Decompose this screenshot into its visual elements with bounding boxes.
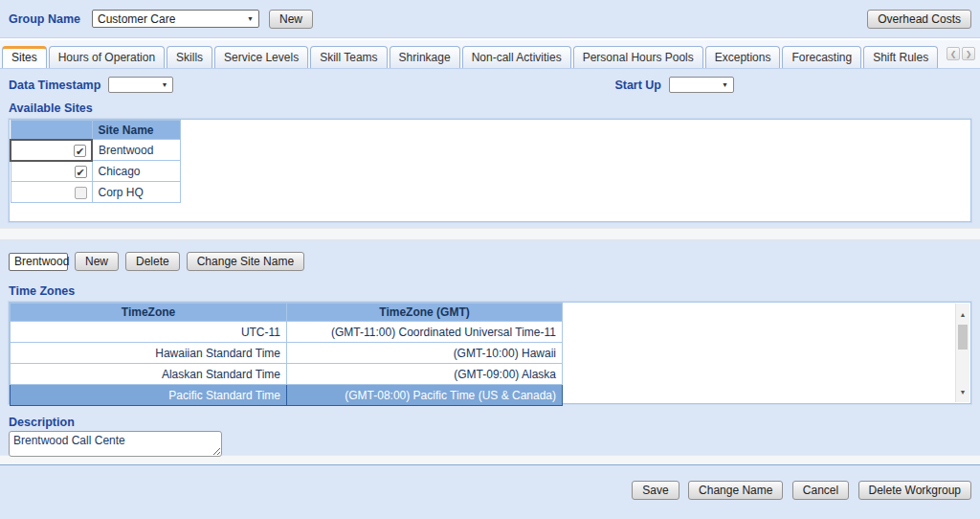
tab-shrinkage[interactable]: Shrinkage	[390, 46, 460, 68]
table-row[interactable]: Corp HQ	[11, 182, 180, 203]
start-up-wrap: Start Up ▼	[614, 77, 734, 93]
checkbox-unchecked-icon[interactable]	[75, 187, 87, 199]
available-sites-table: Site Name ✔ Brentwood ✔ Chicago Corp HQ	[10, 120, 181, 203]
table-row[interactable]: ✔ Chicago	[11, 161, 180, 182]
time-zones-panel: TimeZone TimeZone (GMT) UTC-11 (GMT-11:0…	[9, 302, 971, 404]
site-toolbar: Brentwood ▼ New Delete Change Site Name	[9, 252, 971, 271]
checkbox-column-header	[11, 121, 92, 140]
timezone-cell[interactable]: Pacific Standard Time	[11, 385, 287, 406]
vertical-scrollbar[interactable]: ▲ ▼	[955, 304, 969, 402]
tab-exceptions[interactable]: Exceptions	[705, 46, 781, 68]
site-name-cell[interactable]: Corp HQ	[92, 182, 180, 203]
delete-site-button[interactable]: Delete	[125, 252, 180, 271]
description-textarea[interactable]: Brentwood Call Cente	[9, 431, 222, 457]
table-header-row: TimeZone TimeZone (GMT)	[11, 304, 563, 322]
chevron-down-icon: ▼	[161, 81, 167, 88]
time-zones-title: Time Zones	[9, 284, 75, 298]
table-row-selected[interactable]: Pacific Standard Time (GMT-08:00) Pacifi…	[11, 385, 563, 406]
top-bar: Group Name Customer Care ▼ New Overhead …	[0, 0, 980, 38]
footer-actions: Save Change Name Cancel Delete Workgroup	[0, 464, 980, 519]
tab-hours-of-operation[interactable]: Hours of Operation	[49, 46, 165, 68]
timezone-gmt-cell[interactable]: (GMT-10:00) Hawaii	[287, 343, 563, 364]
new-site-button[interactable]: New	[75, 252, 119, 271]
site-select-value: Brentwood	[14, 255, 69, 268]
time-zones-table: TimeZone TimeZone (GMT) UTC-11 (GMT-11:0…	[10, 303, 563, 406]
table-row[interactable]: UTC-11 (GMT-11:00) Coordinated Universal…	[11, 322, 563, 343]
tab-skills[interactable]: Skills	[167, 46, 212, 68]
data-timestamp-label: Data Timestamp	[9, 79, 100, 92]
timezone-cell[interactable]: Hawaiian Standard Time	[11, 343, 287, 364]
change-name-button[interactable]: Change Name	[688, 481, 783, 500]
timezone-cell[interactable]: Alaskan Standard Time	[11, 364, 287, 385]
site-name-cell[interactable]: Chicago	[92, 161, 180, 182]
timezone-gmt-column-header: TimeZone (GMT)	[287, 304, 563, 322]
tab-sites[interactable]: Sites	[2, 46, 47, 68]
sites-section: Data Timestamp ▼ Start Up ▼ Available Si…	[0, 68, 980, 228]
data-timestamp-select[interactable]: ▼	[108, 77, 173, 93]
checkbox-checked-icon[interactable]: ✔	[75, 166, 87, 178]
cancel-button[interactable]: Cancel	[792, 481, 849, 500]
overhead-costs-button[interactable]: Overhead Costs	[867, 10, 971, 29]
tab-scroll-right-icon[interactable]: ❯	[962, 47, 975, 60]
timezone-gmt-cell[interactable]: (GMT-11:00) Coordinated Universal Time-1…	[287, 322, 563, 343]
delete-workgroup-button[interactable]: Delete Workgroup	[858, 481, 972, 500]
group-name-select[interactable]: Customer Care ▼	[92, 10, 259, 28]
new-group-button[interactable]: New	[269, 10, 313, 29]
time-zones-title-wrap: Time Zones	[9, 284, 971, 298]
description-label: Description	[9, 416, 971, 429]
tab-service-levels[interactable]: Service Levels	[214, 46, 308, 68]
table-row[interactable]: ✔ Brentwood	[11, 140, 180, 161]
tab-forecasting[interactable]: Forecasting	[782, 46, 861, 68]
section-divider	[0, 228, 980, 240]
site-checkbox-cell[interactable]: ✔	[11, 140, 92, 161]
table-row[interactable]: Hawaiian Standard Time (GMT-10:00) Hawai…	[11, 343, 563, 364]
start-up-select[interactable]: ▼	[669, 77, 734, 93]
timezone-cell[interactable]: UTC-11	[11, 322, 287, 343]
tab-non-call-activities[interactable]: Non-call Activities	[462, 46, 571, 68]
site-select[interactable]: Brentwood ▼	[9, 253, 68, 271]
start-up-label: Start Up	[614, 79, 661, 92]
site-name-column-header: Site Name	[92, 121, 180, 140]
site-detail-section: Brentwood ▼ New Delete Change Site Name …	[0, 240, 980, 455]
group-name-value: Customer Care	[98, 12, 175, 26]
change-site-name-button[interactable]: Change Site Name	[187, 252, 304, 271]
timezone-gmt-cell[interactable]: (GMT-08:00) Pacific Time (US & Canada)	[287, 385, 563, 406]
available-sites-title: Available Sites	[9, 102, 93, 115]
checkbox-checked-icon[interactable]: ✔	[74, 145, 86, 157]
tab-shift-rules[interactable]: Shift Rules	[863, 46, 938, 68]
scroll-up-icon[interactable]: ▲	[956, 307, 969, 321]
site-name-cell[interactable]: Brentwood	[92, 140, 180, 161]
site-checkbox-cell[interactable]	[11, 182, 92, 203]
site-checkbox-cell[interactable]: ✔	[11, 161, 92, 182]
available-sites-panel: Site Name ✔ Brentwood ✔ Chicago Corp HQ	[9, 119, 971, 222]
filters-row: Data Timestamp ▼ Start Up ▼	[9, 77, 971, 93]
timezone-gmt-cell[interactable]: (GMT-09:00) Alaska	[287, 364, 563, 385]
table-row[interactable]: Alaskan Standard Time (GMT-09:00) Alaska	[11, 364, 563, 385]
tab-personal-hours-pools[interactable]: Personal Hours Pools	[573, 46, 703, 68]
scrollbar-thumb[interactable]	[958, 325, 968, 350]
scroll-down-icon[interactable]: ▼	[956, 385, 969, 398]
timezone-column-header: TimeZone	[11, 304, 287, 322]
table-header-row: Site Name	[11, 121, 180, 140]
tab-scroll-left-icon[interactable]: ❮	[947, 47, 960, 60]
tab-bar: Sites Hours of Operation Skills Service …	[0, 40, 980, 68]
save-button[interactable]: Save	[632, 481, 679, 500]
group-name-label: Group Name	[9, 12, 80, 26]
chevron-down-icon: ▼	[247, 15, 254, 22]
tab-skill-teams[interactable]: Skill Teams	[310, 46, 387, 68]
chevron-down-icon: ▼	[722, 81, 728, 88]
tab-scroll-controls: ❮ ❯	[947, 47, 975, 60]
